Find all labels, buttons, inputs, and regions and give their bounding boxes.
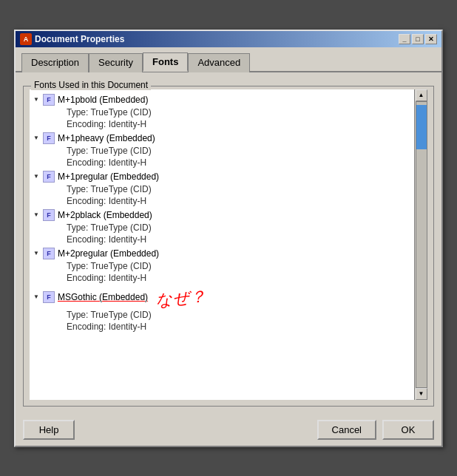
font-name-label: M+1pheavy (Embedded): [58, 133, 155, 143]
font-item: ▼FMSGothic (Embedded)なぜ？Type: TrueType (…: [30, 285, 414, 333]
font-encoding-detail: Encoding: Identity-H: [30, 118, 414, 130]
button-bar: Help Cancel OK: [16, 414, 441, 446]
minimize-button[interactable]: _: [399, 34, 410, 44]
font-type-icon: F: [43, 132, 55, 144]
font-encoding-detail: Encoding: Identity-H: [30, 157, 414, 169]
font-name-label: M+1pregular (Embedded): [58, 171, 159, 182]
font-item: ▼FM+1pregular (Embedded)Type: TrueType (…: [30, 169, 414, 208]
font-type-detail: Type: TrueType (CID): [30, 309, 414, 321]
font-encoding-detail: Encoding: Identity-H: [30, 234, 414, 245]
expand-icon[interactable]: ▼: [33, 293, 40, 301]
font-type-detail: Type: TrueType (CID): [30, 145, 414, 157]
tab-fonts[interactable]: Fonts: [143, 52, 188, 72]
font-type-icon: F: [43, 291, 55, 303]
font-item-header[interactable]: ▼FM+1pregular (Embedded): [30, 170, 414, 183]
font-item-header[interactable]: ▼FM+1pheavy (Embedded): [30, 132, 414, 145]
scrollbar: ▲ ▼: [414, 89, 427, 400]
title-bar-left: A Document Properties: [20, 33, 124, 45]
font-item-header[interactable]: ▼FMSGothic (Embedded)なぜ？: [30, 285, 414, 309]
font-item-header[interactable]: ▼FM+2pblack (Embedded): [30, 208, 414, 222]
document-properties-window: A Document Properties _ □ ✕ Description …: [14, 30, 443, 447]
maximize-button[interactable]: □: [412, 34, 424, 44]
help-button[interactable]: Help: [23, 420, 75, 440]
expand-icon[interactable]: ▼: [33, 173, 40, 180]
font-name-label: M+2pregular (Embedded): [58, 248, 159, 259]
ok-button[interactable]: OK: [382, 420, 434, 440]
font-name-label: M+2pblack (Embedded): [58, 210, 152, 220]
font-encoding-detail: Encoding: Identity-H: [30, 321, 414, 333]
ok-cancel-group: Cancel OK: [317, 420, 434, 440]
font-item: ▼FM+2pblack (Embedded)Type: TrueType (CI…: [30, 208, 414, 246]
font-encoding-detail: Encoding: Identity-H: [30, 195, 414, 207]
expand-icon[interactable]: ▼: [33, 135, 40, 142]
title-bar: A Document Properties _ □ ✕: [16, 31, 441, 47]
expand-icon[interactable]: ▼: [33, 96, 40, 103]
font-type-icon: F: [43, 94, 55, 106]
font-item: ▼FM+1pbold (Embedded)Type: TrueType (CID…: [30, 92, 414, 131]
font-type-detail: Type: TrueType (CID): [30, 106, 414, 118]
font-item-header[interactable]: ▼FM+1pbold (Embedded): [30, 93, 414, 106]
fonts-group: Fonts Used in this Document ▼FM+1pbold (…: [23, 86, 434, 407]
scroll-up-button[interactable]: ▲: [416, 89, 427, 101]
expand-icon[interactable]: ▼: [33, 250, 40, 257]
font-type-icon: F: [43, 248, 55, 259]
scroll-down-button[interactable]: ▼: [416, 388, 427, 400]
expand-icon[interactable]: ▼: [33, 211, 40, 219]
handwritten-annotation: なぜ？: [155, 285, 206, 312]
font-name-label: M+1pbold (Embedded): [58, 95, 148, 105]
tab-description[interactable]: Description: [21, 53, 89, 72]
font-item: ▼FM+2pregular (Embedded)Type: TrueType (…: [30, 246, 414, 285]
close-button[interactable]: ✕: [425, 34, 437, 44]
font-type-detail: Type: TrueType (CID): [30, 222, 414, 234]
title-controls: _ □ ✕: [399, 34, 437, 44]
scrollbar-thumb[interactable]: [416, 105, 427, 149]
font-type-detail: Type: TrueType (CID): [30, 260, 414, 272]
font-list[interactable]: ▼FM+1pbold (Embedded)Type: TrueType (CID…: [30, 89, 414, 400]
font-type-icon: F: [43, 171, 55, 183]
tab-bar: Description Security Fonts Advanced: [16, 47, 441, 72]
font-type-detail: Type: TrueType (CID): [30, 183, 414, 195]
app-icon: A: [20, 33, 32, 45]
window-title: Document Properties: [35, 34, 124, 44]
group-label: Fonts Used in this Document: [31, 80, 151, 90]
content-area: Fonts Used in this Document ▼FM+1pbold (…: [16, 72, 441, 414]
font-type-icon: F: [43, 209, 55, 221]
font-list-area: ▼FM+1pbold (Embedded)Type: TrueType (CID…: [30, 89, 427, 400]
scrollbar-track-area[interactable]: [416, 101, 427, 388]
font-item-header[interactable]: ▼FM+2pregular (Embedded): [30, 247, 414, 260]
cancel-button[interactable]: Cancel: [317, 420, 376, 440]
font-encoding-detail: Encoding: Identity-H: [30, 272, 414, 284]
font-name-label: MSGothic (Embedded): [58, 292, 148, 302]
tab-advanced[interactable]: Advanced: [188, 53, 250, 72]
tab-security[interactable]: Security: [89, 53, 143, 72]
font-item: ▼FM+1pheavy (Embedded)Type: TrueType (CI…: [30, 131, 414, 169]
